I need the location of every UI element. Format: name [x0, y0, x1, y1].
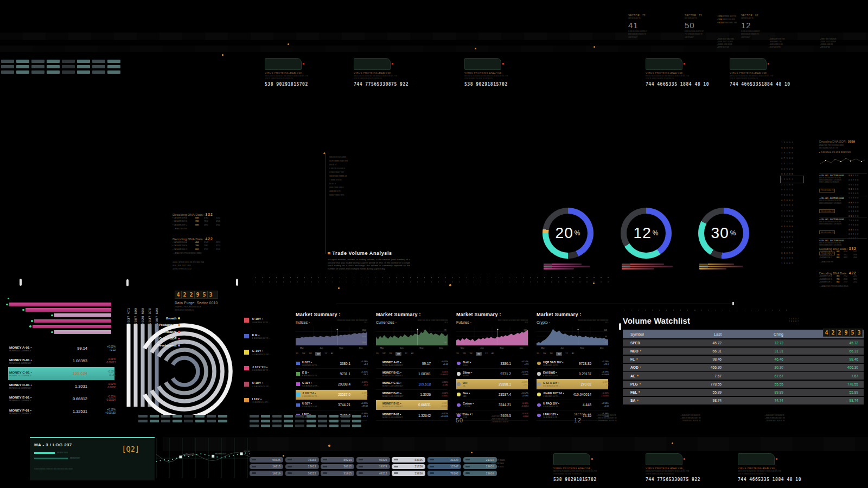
deco-pill [341, 420, 350, 422]
market-row[interactable]: Oil •OIL29398.1+0.28%+31.2 [456, 379, 528, 389]
row-swatch-icon [296, 362, 300, 365]
virus-box-icon [646, 58, 682, 70]
range-button[interactable]: 1W [463, 352, 466, 356]
money-name: MONEY A-01 •MONEY A-01 CURRENCY [9, 345, 59, 352]
market-row[interactable]: MONEY E-01 •MONEY E-01 CURRENCY0.66831-0… [376, 400, 448, 410]
range-button[interactable]: 1M [550, 352, 553, 356]
market-row[interactable]: Gold •GOLD3380.1+0.14%+2.3 [456, 358, 528, 369]
legend-swatch-icon [244, 398, 249, 403]
y-label: 64 [604, 334, 607, 341]
number-badge: 23850 [392, 471, 425, 476]
legend-item[interactable]: I 10Y •I G BONDS 10 YR ... [244, 397, 270, 404]
currency-bar [34, 319, 111, 323]
watchlist-row[interactable]: AOD466.3030.30466.30 [623, 364, 864, 371]
range-button[interactable]: 1D [376, 352, 379, 356]
money-row[interactable]: MONEY C-01 •MONEY C-01 CURRENCY109.624-0… [8, 367, 114, 380]
money-name: MONEY D-01 •MONEY D-01 CURRENCY [9, 383, 59, 389]
market-row[interactable]: MONEY B-01 •MONEY B-01 CURRENCY1.08361-0… [376, 369, 448, 379]
virus-number: 744 46653351884 48 10 [730, 82, 811, 87]
watchlist-row[interactable]: AE7.6767.677.67 [623, 372, 864, 380]
watchlist-row[interactable]: SA98.7474.7498.74 [623, 397, 864, 404]
watchlist-chng: 31.31 [742, 349, 805, 353]
market-row[interactable]: E B •E B BONDS 10 YR ...9731.1+0.20%+19.… [296, 369, 367, 379]
range-button[interactable]: 3M [556, 352, 562, 356]
money-row[interactable]: MONEY B-01 •MONEY B-01 CURRENCY1.08353-0… [8, 355, 114, 367]
market-panel-subtitle: Futures · [456, 320, 471, 324]
legend-item[interactable]: U 10Y •U G BONDS 10 YR ... [244, 381, 271, 388]
range-button[interactable]: All [411, 352, 413, 356]
range-button[interactable]: 1M [309, 352, 312, 356]
market-row[interactable]: Cotton •COTTON3744.21-0.30%-0.0034 [456, 400, 528, 410]
range-button[interactable]: 3M [476, 352, 482, 356]
watchlist-row[interactable]: NBO66.3131.3166.31 [623, 348, 864, 355]
market-row[interactable]: MONEY F-01 •MONEY F-01 CURRENCY1.32642+0… [376, 410, 448, 421]
market-row[interactable]: UQP SAD 10Y •UG BONDS 10 YR ...9728.85+0… [537, 358, 608, 369]
watchlist-chng-pct: 778.55 [805, 382, 864, 386]
row-sub: UG BONDS 10 YR ... [543, 364, 571, 367]
micro-digit-row: 06978 [781, 145, 803, 151]
range-button[interactable]: All [331, 352, 333, 356]
slider-handle[interactable] [236, 279, 238, 286]
symbol-dot-icon [640, 383, 641, 384]
market-row[interactable]: G 10Y •G G BONDS 10 YR ...29398.4-0.09%-… [296, 379, 367, 389]
slider-handle[interactable] [20, 279, 22, 286]
watchlist-header-cell[interactable]: Chng [742, 332, 805, 337]
virus-number: 538 90291815702 [265, 82, 346, 87]
market-row[interactable]: U PAQ 10Y •U G BONDS 10 YR ...4.448+2.58… [537, 400, 608, 410]
legend-item[interactable]: E B •E B BONDS 10 YR ... [244, 333, 270, 340]
range-button[interactable]: 1Y [565, 352, 568, 356]
range-button[interactable]: All [572, 352, 574, 356]
panel-chart [296, 327, 367, 348]
slider-handle[interactable] [126, 279, 129, 286]
watchlist-row[interactable]: FEL55.8989.8955.89 [623, 389, 864, 396]
market-row[interactable]: EAI BWD •E B BONDS 10 YR ...0.29137+1.59… [537, 369, 608, 379]
range-button[interactable]: 1D [296, 352, 298, 356]
market-row[interactable]: MONEY A-01 •MONEY A-01 CURRENCY99.17+0.0… [376, 358, 448, 369]
market-panel: Market Summary :Currencies ·8898 8 988 3… [376, 305, 448, 420]
range-button[interactable]: 3M [395, 352, 401, 356]
virus-title: VIRUS PROTEINS ANALYSE_ [730, 72, 811, 74]
market-row[interactable]: Gas •GAS23537.4+5.12%+0.094 [456, 390, 528, 400]
legend-item[interactable]: G 10Y •G G BONDS 10 YR ... [244, 349, 271, 356]
market-row[interactable]: G GFA 10Y •G G BONDS 10 YR ...270.02-0.8… [537, 379, 608, 389]
range-button[interactable]: 1W [302, 352, 305, 356]
range-button[interactable]: 1Y [324, 352, 327, 356]
market-row[interactable]: U 10Y •U G BONDS 10 YR ...3744.21+0.29%+… [296, 400, 367, 410]
range-button[interactable]: 1W [382, 352, 386, 356]
range-button[interactable]: All [492, 352, 494, 356]
market-row[interactable]: MONEY D-01 •MONEY D-01 CURRENCY1.3026-0.… [376, 390, 448, 400]
slider-handle[interactable] [619, 323, 621, 330]
legend-item[interactable]: J 10Y Yd •J G BONDS 10 YR ... [244, 365, 270, 372]
virus-box-icon [265, 58, 302, 70]
range-button[interactable]: 1M [389, 352, 392, 356]
currency-bar [54, 330, 111, 334]
range-button[interactable]: 1D [456, 352, 459, 356]
micro-row: 78 8888 8081 808 88 80 [681, 420, 751, 422]
kv-val: 8888 5310 823 [723, 18, 735, 21]
money-row[interactable]: MONEY F-01 •MONEY F-01 CURRENCY1.32631+0… [8, 405, 114, 418]
market-row[interactable]: J 10Y Yd •J G BONDS 10 YR ...23537.0-0.2… [296, 390, 367, 400]
watchlist-header-cell[interactable]: Last [677, 332, 742, 337]
range-button[interactable]: 1D [537, 352, 539, 356]
market-row[interactable]: U 10Y •UG BONDS 10 YR ...3380.1+0.18%+6.… [296, 358, 367, 369]
market-row[interactable]: J HAW 10Y Yd •J G BONDS 10 YR ...410.040… [537, 390, 608, 400]
watchlist-header-cell[interactable]: Symbol [623, 332, 677, 337]
legend-item[interactable]: U 10Y •UG BONDS 10 YR ... [244, 317, 270, 324]
money-row[interactable]: MONEY E-01 •MONEY E-01 CURRENCY0.66812-0… [8, 393, 114, 405]
money-row[interactable]: MONEY D-01 •MONEY D-01 CURRENCY1.3031-0.… [8, 380, 114, 393]
range-button[interactable]: 1Y [405, 352, 407, 356]
watchlist-row[interactable]: FL98.4646.4698.46 [623, 356, 864, 363]
micro-digit-row: 35160 [781, 150, 803, 156]
watchlist-row[interactable]: PLG778.5555.55778.55 [623, 381, 864, 388]
range-button[interactable]: 1M [469, 352, 473, 356]
range-button[interactable]: 3M [315, 352, 321, 356]
watchlist-row[interactable]: SPED45.7272.7245.72 [623, 339, 864, 347]
range-button[interactable]: 1Y [485, 352, 488, 356]
range-buttons: 1D1W1M3M1YAll [537, 352, 574, 356]
market-row[interactable]: MONEY C-01 •MONEY C-01 CURRENCY109.618-0… [376, 379, 448, 389]
range-button[interactable]: 1W [543, 352, 546, 356]
market-row[interactable]: Silver •SILVER9731.2+0.37%+0.090 [456, 369, 528, 379]
row-change: +2.58%+0.11 [591, 402, 609, 408]
row-swatch-icon [457, 393, 461, 396]
money-row[interactable]: MONEY A-01 •MONEY A-01 CURRENCY99.14+0.0… [8, 342, 114, 355]
